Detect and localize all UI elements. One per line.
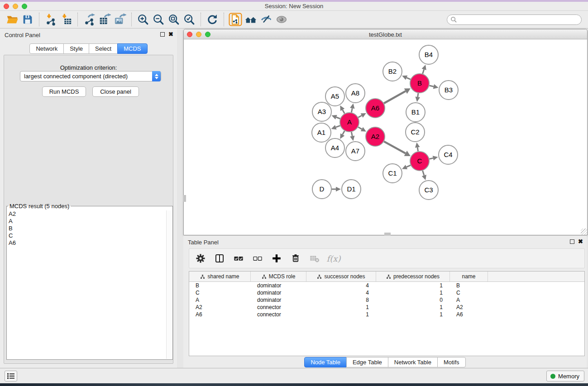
edge-B-B3[interactable] [429,86,433,86]
tab-network-table[interactable]: Network Table [388,357,438,367]
table-row[interactable]: A2connector11A2 [189,304,584,311]
zoom-in-button[interactable] [135,12,151,27]
cell-shared-name[interactable]: A [189,296,251,304]
column-header-mcds-role[interactable]: MCDS role [251,272,306,281]
edge-A-A4[interactable] [343,131,345,134]
optimization-criterion-select[interactable]: largest connected component (directed) [20,71,161,81]
cell-predecessor-nodes[interactable]: 1 [376,289,450,296]
table-row[interactable]: Adominator80A [189,296,584,304]
split-view-button[interactable] [213,252,226,265]
function-builder-button[interactable]: f(x) [327,252,340,265]
float-panel-icon[interactable] [160,32,165,37]
edge-A-A2[interactable] [358,127,362,129]
run-mcds-button[interactable]: Run MCDS [42,86,86,97]
edge-A-A8[interactable] [351,108,352,112]
table-row[interactable]: A6connector11A6 [189,311,584,318]
cell-successor-nodes[interactable]: 8 [306,296,376,304]
cell-successor-nodes[interactable]: 4 [306,289,376,296]
zoom-out-button[interactable] [151,12,166,27]
show-network-file-button[interactable] [228,12,243,27]
cell-predecessor-nodes[interactable]: 1 [376,282,450,289]
edge-C-C4[interactable] [429,158,433,159]
tab-mcds[interactable]: MCDS [117,43,147,54]
zoom-fit-button[interactable] [166,12,182,27]
hide-panel-button[interactable] [258,12,274,27]
delete-row-button[interactable] [289,252,302,265]
network-canvas[interactable]: B4B2BB3A5A8A6B1A3AC2A1A2A4A7C4CC1C3DD1 [184,40,587,234]
network-window-titlebar[interactable]: testGlobe.txt [184,29,587,39]
float-table-panel-icon[interactable] [570,239,574,244]
column-header-shared-name[interactable]: shared name [189,272,251,281]
cell-shared-name[interactable]: C [189,289,251,296]
select-all-button[interactable] [232,252,245,265]
result-item[interactable]: C [7,232,166,239]
result-item[interactable]: A [7,218,166,225]
cell-name[interactable]: A2 [450,304,488,311]
export-image-button[interactable] [112,12,128,27]
export-table-button[interactable] [97,12,112,27]
zoom-selected-button[interactable] [182,12,197,27]
cell-successor-nodes[interactable]: 1 [306,311,376,318]
edge-A2-C[interactable] [384,142,406,153]
result-item[interactable]: A2 [7,210,166,218]
edge-C-C2[interactable] [417,148,418,152]
result-item[interactable]: B [7,225,166,232]
tab-edge-table[interactable]: Edge Table [346,357,388,367]
tab-style[interactable]: Style [63,43,89,54]
add-row-button[interactable] [270,252,283,265]
deselect-all-button[interactable] [251,252,264,265]
task-history-button[interactable] [5,371,17,381]
cell-predecessor-nodes[interactable]: 1 [376,304,450,311]
edge-A-A3[interactable] [336,117,340,119]
open-session-button[interactable] [5,12,20,27]
edge-A6-B[interactable] [384,91,406,103]
home-button[interactable] [243,12,258,27]
cell-mcds-role[interactable]: dominator [251,289,306,296]
edge-B-B1[interactable] [418,93,418,97]
tab-network[interactable]: Network [29,43,64,54]
delete-table-button[interactable] [308,252,321,265]
cell-shared-name[interactable]: B [189,282,251,289]
close-panel-icon[interactable]: ✖ [168,32,173,37]
cell-name[interactable]: A [450,296,488,304]
result-scrollbar[interactable] [166,210,172,359]
import-table-button[interactable] [58,12,74,27]
edge-C-C3[interactable] [423,171,424,176]
edge-A-A6[interactable] [358,115,362,117]
edge-A-A1[interactable] [336,126,340,128]
show-panel-button[interactable] [274,12,289,27]
cell-shared-name[interactable]: A2 [189,304,251,311]
tab-node-table[interactable]: Node Table [304,357,347,367]
cell-mcds-role[interactable]: connector [251,304,306,311]
close-panel-button[interactable]: Close panel [92,86,139,97]
column-header-predecessor-nodes[interactable]: predecessor nodes [376,272,450,281]
cell-predecessor-nodes[interactable]: 0 [376,296,450,304]
close-table-panel-icon[interactable]: ✖ [578,239,583,244]
cell-predecessor-nodes[interactable]: 1 [376,311,450,318]
export-network-button[interactable] [81,12,97,27]
table-settings-button[interactable] [194,252,207,265]
column-header-successor-nodes[interactable]: successor nodes [306,272,376,281]
result-item[interactable]: A6 [7,239,166,247]
cell-successor-nodes[interactable]: 1 [306,304,376,311]
column-header-name[interactable]: name [450,272,488,281]
edge-B-B4[interactable] [423,69,424,74]
cell-successor-nodes[interactable]: 4 [306,282,376,289]
cell-name[interactable]: C [450,289,488,296]
cell-mcds-role[interactable]: connector [251,311,306,318]
edge-C-C1[interactable] [406,165,411,167]
edge-A-A5[interactable] [343,110,345,114]
refresh-button[interactable] [205,12,220,27]
cell-name[interactable]: A6 [450,311,488,318]
left-splitter-handle[interactable] [183,195,186,202]
edge-A-A7[interactable] [351,132,352,136]
tab-motifs[interactable]: Motifs [437,357,466,367]
memory-button[interactable]: Memory [546,371,584,381]
table-row[interactable]: Cdominator41C [189,289,584,296]
search-input[interactable] [447,14,582,25]
cell-mcds-role[interactable]: dominator [251,282,306,289]
edge-B-B2[interactable] [406,78,411,80]
resize-grip[interactable] [581,229,587,235]
bottom-splitter-handle[interactable] [384,233,391,235]
import-network-button[interactable] [43,12,58,27]
